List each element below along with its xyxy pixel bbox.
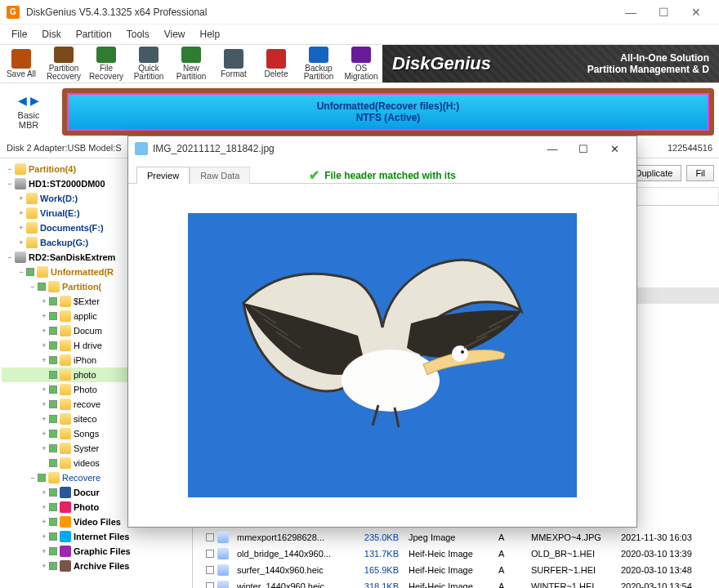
checkbox[interactable] [38,283,46,291]
checkbox[interactable] [49,312,57,320]
checkbox[interactable] [49,327,57,335]
tool-label: Backup Partition [299,65,338,81]
expand-icon[interactable]: + [39,532,49,541]
tree-node[interactable]: +Archive Files [2,559,190,573]
checkbox[interactable] [49,385,57,394]
menu-disk[interactable]: Disk [35,26,67,42]
checkbox[interactable] [206,550,214,558]
list-row[interactable]: surfer_1440x960.heic165.9KBHeif-Heic Ima… [193,562,719,578]
expand-icon[interactable]: + [39,356,49,364]
expand-icon[interactable]: + [39,430,49,438]
checkbox[interactable] [49,371,57,379]
file-icon [217,532,229,543]
expand-icon[interactable]: + [39,488,49,497]
expand-icon[interactable]: − [5,253,15,261]
tool-file-recovery[interactable]: File Recovery [85,45,127,82]
expand-icon[interactable]: + [39,400,49,408]
expand-icon[interactable]: − [5,180,15,188]
tree-node[interactable]: +Graphic Files [2,544,190,559]
checkbox[interactable] [49,547,57,555]
cell-name: mmexport16298628... [232,532,355,542]
checkbox[interactable] [49,444,57,452]
tree-label: videos [74,458,100,468]
list-row[interactable]: old_bridge_1440x960...131.7KBHeif-Heic I… [193,546,719,562]
tool-format[interactable]: Format [212,45,255,82]
tool-os-migration[interactable]: OS Migration [340,45,382,82]
expand-icon[interactable]: + [39,562,49,570]
tool-save-all[interactable]: Save All [0,45,42,82]
expand-icon[interactable]: + [39,415,49,423]
nav-arrows-icon[interactable]: ◀ ▶ [18,94,39,107]
checkbox[interactable] [206,582,214,588]
maximize-button[interactable]: ☐ [647,0,680,24]
checkbox[interactable] [49,518,57,526]
folder-icon [26,193,38,204]
preview-close-button[interactable]: ✕ [599,137,630,160]
menu-partition[interactable]: Partition [69,26,118,42]
checkbox[interactable] [49,400,57,408]
checkbox[interactable] [49,488,57,497]
list-row[interactable]: mmexport16298628...235.0KBJpeg ImageAMME… [193,529,719,546]
minimize-button[interactable]: — [614,0,647,24]
filter-button[interactable]: Fil [686,165,714,181]
tool-icon [96,47,116,63]
tool-new-partition[interactable]: New Partition [170,45,212,82]
expand-icon[interactable]: + [39,518,49,526]
tree-label: Recovere [62,473,100,483]
checkbox[interactable] [49,415,57,423]
checkbox[interactable] [26,268,34,276]
tool-backup-partition[interactable]: Backup Partition [297,45,340,82]
expand-icon[interactable]: + [39,297,49,305]
tree-node[interactable]: +Internet Files [2,529,190,544]
checkbox[interactable] [206,566,214,574]
checkbox[interactable] [49,297,57,305]
expand-icon[interactable]: − [5,165,15,173]
cell-attr: A [493,532,526,542]
expand-icon[interactable]: − [16,268,26,276]
checkbox[interactable] [49,503,57,511]
checkbox[interactable] [49,562,57,570]
list-row[interactable]: winter_1440x960.heic318.1KBHeif-Heic Ima… [193,578,719,588]
preview-minimize-button[interactable]: — [537,137,568,160]
banner-name: DiskGenius [392,53,491,74]
preview-maximize-button[interactable]: ☐ [568,137,599,160]
tree-label: Photo [74,502,99,512]
checkbox[interactable] [49,430,57,438]
partition-bar[interactable]: Unformatted(Recover files)(H:) NTFS (Act… [62,88,714,136]
menu-file[interactable]: File [5,26,33,42]
tab-raw-data[interactable]: Raw Data [190,167,250,184]
expand-icon[interactable]: + [39,503,49,511]
tool-delete[interactable]: Delete [255,45,297,82]
menu-tools[interactable]: Tools [120,26,156,42]
checkbox[interactable] [49,356,57,364]
tool-partition-recovery[interactable]: Partition Recovery [42,45,85,82]
expand-icon[interactable]: + [16,194,26,203]
checkbox[interactable] [49,459,57,467]
expand-icon[interactable]: + [39,547,49,555]
checkbox[interactable] [49,341,57,350]
checkbox[interactable] [49,532,57,541]
tool-label: Save All [7,70,36,78]
expand-icon[interactable]: + [39,312,49,320]
expand-icon[interactable]: + [16,238,26,247]
tool-quick-partition[interactable]: Quick Partition [127,45,170,82]
cell-attr: A [493,565,526,575]
expand-icon[interactable]: + [39,327,49,335]
tool-icon [11,49,31,69]
close-button[interactable]: ✕ [680,0,712,24]
expand-icon[interactable]: − [28,474,38,482]
expand-icon[interactable]: + [16,224,26,232]
tree-label: Graphic Files [74,546,131,556]
expand-icon[interactable]: + [39,341,49,350]
menu-view[interactable]: View [158,26,192,42]
checkbox[interactable] [206,533,214,541]
expand-icon[interactable]: + [39,444,49,452]
expand-icon[interactable]: + [39,385,49,394]
expand-icon[interactable]: − [28,283,38,291]
menu-help[interactable]: Help [194,26,227,42]
checkbox[interactable] [38,474,46,482]
tab-preview[interactable]: Preview [136,167,190,184]
preview-body [128,184,636,527]
tool-icon [351,47,371,63]
expand-icon[interactable]: + [16,209,26,217]
